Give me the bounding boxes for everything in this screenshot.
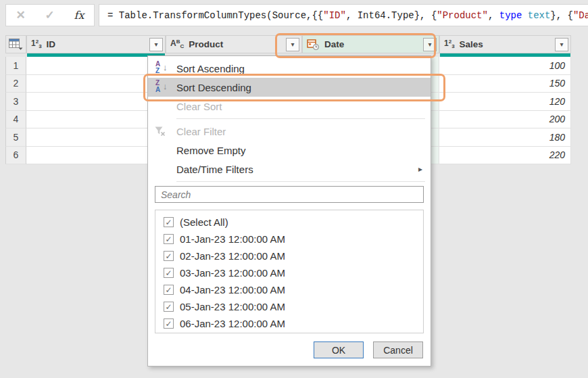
row-number[interactable]: 2 bbox=[5, 75, 26, 93]
number-type-icon: 123 bbox=[444, 39, 455, 49]
number-type-icon: 123 bbox=[31, 39, 42, 49]
search-input[interactable] bbox=[155, 186, 424, 203]
list-item[interactable]: ✓ 04-Jan-23 12:00:00 AM bbox=[155, 281, 423, 298]
checkbox-checked-icon[interactable]: ✓ bbox=[164, 285, 174, 295]
list-item[interactable]: ✓ 05-Jan-23 12:00:00 AM bbox=[155, 298, 423, 315]
power-query-editor: ✕ ✓ fx = Table.TransformColumnTypes(Sour… bbox=[0, 0, 588, 378]
menu-item-label: Clear Sort bbox=[176, 101, 222, 112]
menu-item-label: Remove Empty bbox=[176, 145, 246, 156]
menu-item-clear-sort: Clear Sort bbox=[148, 97, 431, 116]
checkbox-checked-icon[interactable]: ✓ bbox=[164, 251, 174, 261]
sort-descending-icon: Z A ↓ bbox=[154, 80, 170, 95]
fx-icon[interactable]: fx bbox=[74, 9, 84, 22]
list-item[interactable]: ✓ 01-Jan-23 12:00:00 AM bbox=[155, 231, 423, 247]
cancel-formula-icon[interactable]: ✕ bbox=[16, 8, 25, 22]
filter-value-list: ✓ (Select All) ✓ 01-Jan-23 12:00:00 AM ✓… bbox=[155, 210, 424, 333]
clear-filter-icon bbox=[154, 124, 170, 139]
checkbox-checked-icon[interactable]: ✓ bbox=[164, 234, 174, 244]
menu-footer: OK Cancel bbox=[148, 341, 431, 358]
list-item[interactable]: ✓ 02-Jan-23 12:00:00 AM bbox=[155, 247, 423, 264]
column-header-id[interactable]: 123 ID ▾ bbox=[26, 35, 166, 53]
menu-item-sort-ascending[interactable]: A Z ↓ Sort Ascending bbox=[148, 59, 431, 78]
menu-item-datetime-filters[interactable]: Date/Time Filters ▸ bbox=[148, 160, 431, 179]
cell-id[interactable] bbox=[26, 93, 166, 111]
filter-dropdown-button-product[interactable]: ▾ bbox=[286, 38, 299, 51]
column-header-sales[interactable]: 123 Sales ▾ bbox=[439, 35, 571, 53]
menu-separator bbox=[176, 118, 425, 119]
column-header-product[interactable]: ABC Product ▾ bbox=[166, 35, 302, 53]
chevron-down-icon: ▾ bbox=[291, 41, 294, 48]
sort-ascending-icon: A Z ↓ bbox=[154, 61, 170, 76]
cell-sales[interactable]: 220 bbox=[439, 147, 571, 165]
submenu-arrow-icon: ▸ bbox=[418, 164, 422, 174]
datetime-type-icon bbox=[307, 39, 320, 51]
column-label: Product bbox=[189, 39, 223, 49]
column-label: ID bbox=[47, 39, 56, 49]
menu-item-sort-descending[interactable]: Z A ↓ Sort Descending bbox=[148, 78, 431, 97]
cell-id[interactable] bbox=[26, 147, 166, 165]
row-number[interactable]: 1 bbox=[5, 57, 26, 75]
row-number[interactable]: 6 bbox=[5, 147, 26, 165]
row-number[interactable]: 5 bbox=[5, 128, 26, 147]
cell-id[interactable] bbox=[26, 111, 166, 129]
list-item[interactable]: ✓ 06-Jan-23 12:00:00 AM bbox=[155, 315, 423, 332]
row-number[interactable]: 4 bbox=[5, 111, 26, 129]
menu-separator bbox=[176, 181, 425, 182]
list-item[interactable]: ✓ 03-Jan-23 12:00:00 AM bbox=[155, 264, 423, 281]
menu-item-remove-empty[interactable]: Remove Empty bbox=[148, 141, 431, 160]
formula-text: = Table.TransformColumnTypes(Source,{{"I… bbox=[107, 10, 588, 21]
cell-sales[interactable]: 100 bbox=[439, 57, 571, 75]
cell-id[interactable] bbox=[26, 57, 166, 75]
checkbox-checked-icon[interactable]: ✓ bbox=[164, 217, 174, 227]
column-header-date[interactable]: Date ▾ bbox=[302, 35, 439, 53]
filter-dropdown-button-sales[interactable]: ▾ bbox=[555, 38, 568, 51]
formula-bar-buttons: ✕ ✓ fx bbox=[5, 4, 95, 26]
chevron-down-icon: ▾ bbox=[560, 41, 563, 48]
ok-button[interactable]: OK bbox=[314, 341, 364, 358]
cancel-button[interactable]: Cancel bbox=[373, 341, 423, 358]
cell-id[interactable] bbox=[26, 75, 166, 93]
chevron-down-icon: ▾ bbox=[154, 41, 157, 48]
table-menu-icon bbox=[9, 39, 23, 50]
cell-sales[interactable]: 120 bbox=[439, 93, 571, 111]
menu-item-label: Sort Descending bbox=[176, 82, 251, 93]
row-number[interactable]: 3 bbox=[5, 93, 26, 111]
filter-dropdown-button-date[interactable]: ▾ bbox=[423, 38, 437, 51]
cell-sales[interactable]: 150 bbox=[439, 75, 571, 93]
text-type-icon: ABC bbox=[170, 39, 184, 49]
column-label: Date bbox=[324, 39, 344, 49]
chevron-down-icon: ▾ bbox=[428, 41, 431, 48]
cell-id[interactable] bbox=[26, 128, 166, 147]
filter-menu: A Z ↓ Sort Ascending Z A ↓ Sort Descendi… bbox=[147, 55, 431, 367]
checkbox-checked-icon[interactable]: ✓ bbox=[164, 268, 174, 278]
cell-sales[interactable]: 200 bbox=[439, 111, 571, 129]
menu-item-label: Date/Time Filters bbox=[176, 164, 253, 175]
list-item-select-all[interactable]: ✓ (Select All) bbox=[155, 214, 423, 231]
menu-item-label: Sort Ascending bbox=[176, 63, 245, 74]
menu-item-clear-filter: Clear Filter bbox=[148, 122, 431, 141]
menu-item-label: Clear Filter bbox=[176, 126, 226, 137]
column-label: Sales bbox=[460, 39, 483, 49]
cell-sales[interactable]: 180 bbox=[439, 128, 571, 147]
formula-input[interactable]: = Table.TransformColumnTypes(Source,{{"I… bbox=[99, 4, 588, 26]
commit-formula-icon[interactable]: ✓ bbox=[45, 8, 55, 22]
filter-dropdown-button-id[interactable]: ▾ bbox=[149, 38, 163, 51]
table-corner-button[interactable] bbox=[5, 35, 26, 53]
checkbox-checked-icon[interactable]: ✓ bbox=[164, 318, 174, 329]
checkbox-checked-icon[interactable]: ✓ bbox=[164, 302, 174, 312]
